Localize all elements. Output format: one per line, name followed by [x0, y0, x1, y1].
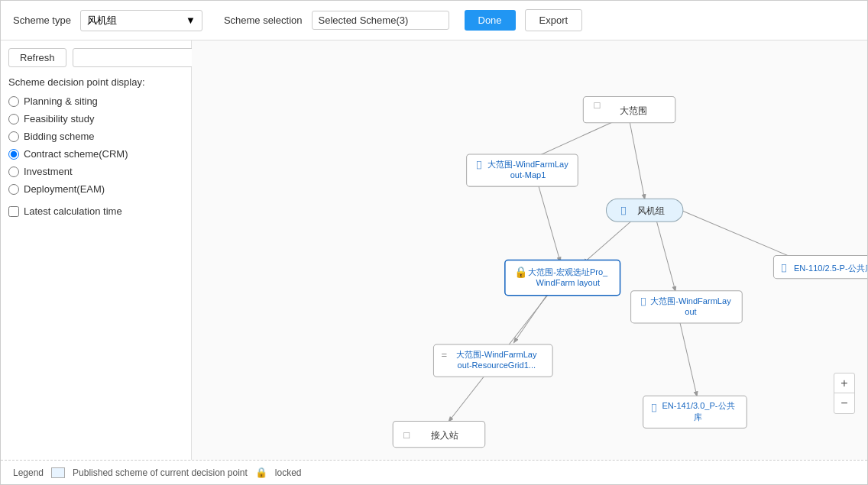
svg-text:⌷: ⌷	[620, 205, 627, 216]
svg-text:out-ResourceGrid1...: out-ResourceGrid1...	[458, 361, 536, 370]
search-input[interactable]	[73, 48, 195, 67]
radio-contract[interactable]: Contract scheme(CRM)	[8, 148, 183, 160]
svg-text:库: 库	[695, 412, 703, 422]
search-wrapper: 🔍	[73, 48, 195, 67]
svg-text:EN-141/3.0_P-公共: EN-141/3.0_P-公共	[662, 401, 734, 410]
svg-text:EN-110/2.5-P-公共库: EN-110/2.5-P-公共库	[794, 264, 867, 273]
scheme-type-label: Scheme type	[13, 15, 71, 26]
legend-locked-label: locked	[275, 467, 302, 478]
checkbox-latest-calc[interactable]: Latest calculation time	[8, 205, 183, 217]
radio-planning[interactable]: Planning & siting	[8, 95, 183, 107]
radio-feasibility-label: Feasibility study	[24, 113, 94, 124]
svg-text:风机组: 风机组	[637, 205, 665, 216]
edge-n3-n4	[583, 219, 633, 263]
content-area: Refresh 🔍 Scheme decision point display:…	[1, 40, 867, 460]
svg-text:=: =	[441, 349, 447, 361]
left-panel: Refresh 🔍 Scheme decision point display:…	[1, 40, 192, 460]
zoom-in-button[interactable]: +	[834, 373, 854, 393]
svg-text:🔒: 🔒	[514, 265, 528, 279]
legend-label: Legend	[13, 467, 44, 478]
svg-text:⌷: ⌷	[640, 296, 646, 307]
radio-feasibility-input[interactable]	[8, 114, 19, 124]
scheme-selection-input[interactable]	[312, 11, 449, 30]
checkbox-latest-calc-input[interactable]	[8, 206, 19, 217]
zoom-out-button[interactable]: −	[834, 393, 854, 413]
svg-text:大范围-WindFarmLay: 大范围-WindFarmLay	[456, 350, 537, 359]
export-button[interactable]: Export	[525, 9, 583, 31]
refresh-button[interactable]: Refresh	[8, 48, 66, 67]
node-windfarm-map1[interactable]: ⌷ 大范围-WindFarmLay out-Map1	[467, 154, 578, 186]
node-风机组[interactable]: ⌷ 风机组	[606, 199, 682, 221]
main-container: Scheme type 风机组 ▼ Scheme selection Done …	[0, 0, 868, 485]
svg-text:□: □	[594, 99, 600, 111]
svg-text:⌷: ⌷	[781, 262, 787, 273]
svg-text:⌷: ⌷	[651, 402, 657, 413]
svg-text:WindFarm layout: WindFarm layout	[536, 278, 600, 287]
node-resourcegrid[interactable]: = 大范围-WindFarmLay out-ResourceGrid1...	[433, 344, 552, 377]
toolbar: Scheme type 风机组 ▼ Scheme selection Done …	[1, 1, 867, 40]
radio-deployment[interactable]: Deployment(EAM)	[8, 183, 183, 195]
refresh-row: Refresh 🔍	[8, 48, 183, 67]
radio-investment[interactable]: Investment	[8, 166, 183, 177]
checkbox-latest-calc-label: Latest calculation time	[24, 205, 122, 217]
node-en141[interactable]: ⌷ EN-141/3.0_P-公共 库	[643, 396, 747, 428]
node-windfarm-layout[interactable]: ⌷ 大范围-WindFarmLay out	[631, 291, 743, 323]
scheme-selection-label: Scheme selection	[224, 15, 303, 26]
radio-investment-label: Investment	[24, 166, 73, 177]
radio-bidding-label: Bidding scheme	[24, 131, 95, 142]
node-大范围[interactable]: □ 大范围	[583, 97, 675, 123]
radio-contract-input[interactable]	[8, 149, 19, 160]
node-en110[interactable]: ⌷ EN-110/2.5-P-公共库	[773, 256, 867, 279]
radio-deployment-label: Deployment(EAM)	[24, 183, 105, 195]
decision-point-label: Scheme decision point display:	[8, 76, 183, 88]
svg-text:大范围-WindFarmLay: 大范围-WindFarmLay	[650, 296, 731, 306]
edge-n5-n8	[679, 319, 697, 396]
radio-bidding[interactable]: Bidding scheme	[8, 131, 183, 142]
chevron-down-icon: ▼	[186, 15, 196, 26]
svg-text:接入站: 接入站	[432, 430, 459, 441]
radio-investment-input[interactable]	[8, 167, 19, 177]
radio-deployment-input[interactable]	[8, 184, 19, 195]
svg-text:⌷: ⌷	[476, 159, 482, 170]
svg-text:大范围-宏观选址Pro_: 大范围-宏观选址Pro_	[528, 267, 608, 276]
svg-text:out: out	[685, 307, 696, 316]
graph-svg: □ 大范围 ⌷ 大范围-WindFarmLay out-Map1 ⌷ 风机组	[192, 40, 867, 460]
svg-text:大范围-WindFarmLay: 大范围-WindFarmLay	[487, 160, 568, 169]
edge-n4-n7	[514, 293, 549, 342]
edge-n1-n3	[630, 120, 645, 199]
legend-published-label: Published scheme of current decision poi…	[73, 467, 248, 478]
edge-n2-n4	[537, 181, 560, 261]
radio-planning-input[interactable]	[8, 96, 19, 107]
node-接入站[interactable]: □ 接入站	[393, 422, 485, 448]
radio-feasibility[interactable]: Feasibility study	[8, 113, 183, 124]
zoom-controls: + −	[834, 373, 855, 414]
radio-planning-label: Planning & siting	[24, 95, 98, 107]
scheme-type-value: 风机组	[87, 14, 117, 27]
svg-text:□: □	[403, 429, 410, 441]
legend-published-icon	[51, 467, 65, 478]
edge-n3-n5	[656, 219, 675, 290]
graph-area[interactable]: □ 大范围 ⌷ 大范围-WindFarmLay out-Map1 ⌷ 风机组	[192, 40, 867, 460]
radio-contract-label: Contract scheme(CRM)	[24, 148, 128, 160]
svg-text:大范围: 大范围	[620, 105, 647, 116]
svg-text:out-Map1: out-Map1	[510, 170, 546, 179]
radio-bidding-input[interactable]	[8, 131, 19, 142]
done-button[interactable]: Done	[465, 10, 516, 31]
radio-group: Planning & siting Feasibility study Bidd…	[8, 95, 183, 195]
scheme-type-dropdown[interactable]: 风机组 ▼	[80, 10, 202, 31]
node-windfarm-pro[interactable]: 🔒 大范围-宏观选址Pro_ WindFarm layout	[505, 260, 620, 296]
edge-n1-n2	[533, 120, 618, 158]
legend-bar: Legend Published scheme of current decis…	[1, 460, 867, 484]
lock-icon: 🔒	[255, 467, 267, 478]
